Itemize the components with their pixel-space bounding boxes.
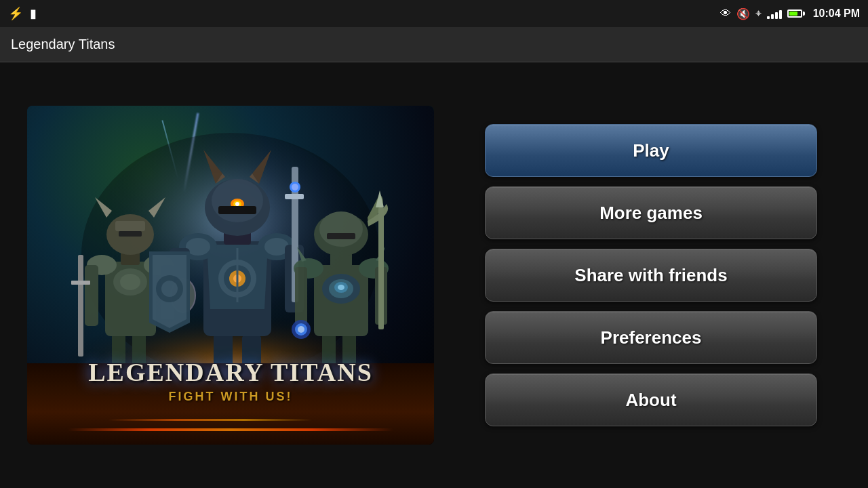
svg-rect-15 [119, 231, 142, 237]
menu-buttons: Play More games Share with friends Prefe… [461, 124, 841, 426]
svg-rect-12 [115, 221, 145, 231]
about-button[interactable]: About [485, 373, 817, 426]
svg-point-60 [338, 285, 344, 290]
battery-icon [787, 9, 805, 18]
svg-rect-18 [71, 281, 90, 285]
lava-crack-1 [68, 428, 393, 431]
svg-rect-68 [327, 233, 355, 239]
svg-rect-17 [78, 255, 83, 357]
svg-point-67 [319, 211, 363, 247]
svg-point-7 [120, 274, 140, 290]
svg-rect-45 [218, 206, 256, 214]
eye-icon: 👁 [720, 7, 731, 20]
more-games-button[interactable]: More games [485, 186, 817, 239]
status-left-icons: ⚡ ▮ [8, 6, 37, 21]
svg-rect-16 [85, 265, 98, 326]
usb-icon: ⚡ [8, 6, 23, 21]
svg-point-40 [235, 202, 239, 206]
svg-point-53 [292, 184, 298, 190]
game-title-text: LEGENDARY TITANS FIGHT WITH US! [27, 357, 434, 404]
preferences-button[interactable]: Preferences [485, 311, 817, 364]
mute-icon: 🔇 [736, 7, 750, 20]
time-display: 10:04 PM [813, 7, 860, 20]
game-image: LEGENDARY TITANS FIGHT WITH US! [27, 106, 434, 445]
game-title-main: LEGENDARY TITANS [27, 357, 434, 387]
status-bar: ⚡ ▮ 👁 🔇 ⌖ 10:04 PM [0, 0, 868, 27]
status-right-icons: 👁 🔇 ⌖ 10:04 PM [720, 7, 860, 20]
lava-crack-2 [108, 419, 312, 421]
title-bar: Legendary Titans [0, 27, 868, 62]
game-title-sub: FIGHT WITH US! [27, 390, 434, 404]
wifi-icon: ⌖ [755, 7, 762, 20]
share-with-friends-button[interactable]: Share with friends [485, 249, 817, 302]
main-content: LEGENDARY TITANS FIGHT WITH US! Play Mor… [0, 62, 868, 488]
svg-point-48 [161, 281, 178, 297]
play-button[interactable]: Play [485, 124, 817, 177]
svg-rect-69 [295, 267, 307, 325]
svg-rect-74 [378, 207, 384, 329]
signal-icon [767, 8, 782, 19]
app-title: Legendary Titans [11, 37, 115, 52]
svg-point-72 [298, 326, 304, 333]
sim-icon: ▮ [30, 6, 37, 21]
game-canvas: LEGENDARY TITANS FIGHT WITH US! [27, 106, 434, 445]
svg-rect-51 [285, 194, 304, 199]
